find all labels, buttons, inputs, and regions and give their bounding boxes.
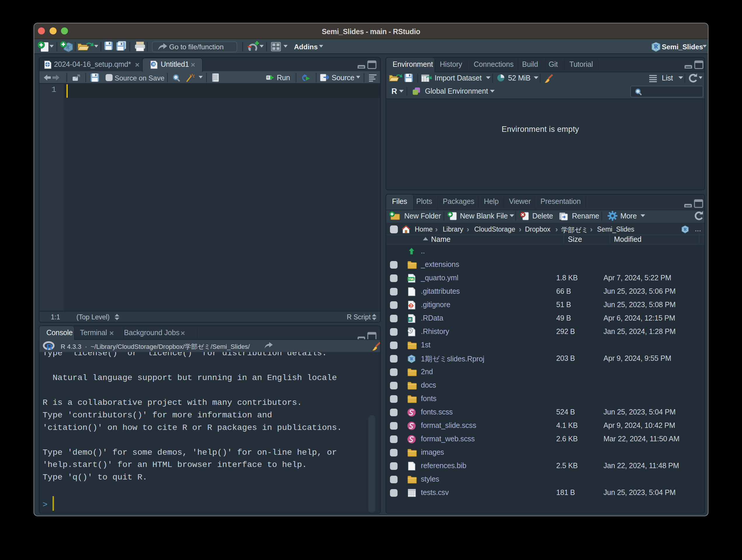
svg-text:YML: YML (408, 277, 415, 281)
svg-text:R: R (66, 44, 70, 50)
svg-text:R: R (410, 356, 413, 361)
svg-text:R: R (409, 317, 412, 322)
svg-text:R: R (46, 342, 53, 352)
svg-text:R: R (153, 62, 155, 66)
svg-text:R: R (654, 43, 658, 50)
svg-text:R: R (684, 227, 687, 232)
